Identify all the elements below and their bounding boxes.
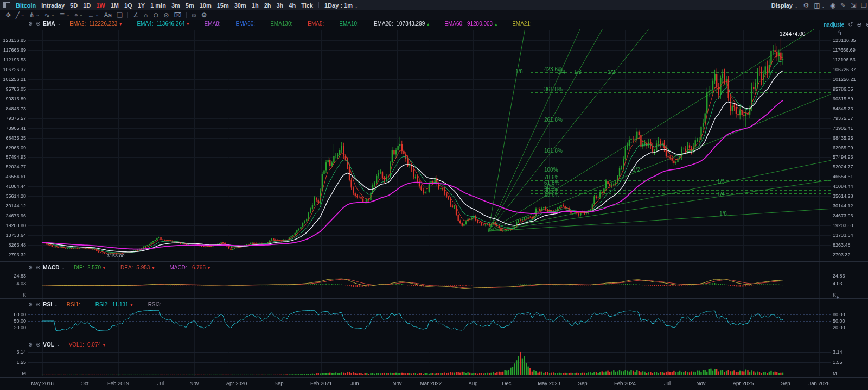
indicator-param-EMA60[interactable]: EMA60: bbox=[236, 21, 256, 27]
magnet-tool[interactable]: ∩ bbox=[144, 11, 149, 19]
indicator-param-RSI1[interactable]: RSI1: bbox=[67, 301, 80, 307]
timeframe-tab-3m[interactable]: 3m bbox=[171, 2, 180, 9]
fibonacci-tool[interactable]: ≣⌄ bbox=[60, 11, 70, 19]
indicator-param-EMA5[interactable]: EMA5: bbox=[308, 21, 324, 27]
indicator-axis-label: 3.14 bbox=[833, 349, 865, 355]
fullscreen-icon[interactable]: ⇲ bbox=[851, 2, 856, 9]
indicator-close-icon[interactable]: ⊗ bbox=[36, 342, 40, 348]
indicator-close-icon[interactable]: ⊗ bbox=[36, 301, 40, 307]
restore-scale-icon[interactable]: ↰ bbox=[837, 29, 842, 36]
indicator-name[interactable]: MACD bbox=[43, 265, 59, 271]
timeframe-tab-1M[interactable]: 1M bbox=[111, 2, 119, 9]
adjust-mode-label[interactable]: nadjuste bbox=[824, 22, 845, 28]
timeframe-tab-5m[interactable]: 5m bbox=[186, 2, 194, 9]
wave-tool[interactable]: ∿⌄ bbox=[44, 11, 55, 19]
indicator-param-EMA4[interactable]: EMA4:113646.264▾ bbox=[137, 21, 189, 27]
aggregation-select[interactable]: 1Day : 1m ⌄ bbox=[324, 2, 359, 9]
indicator-param-EMA10[interactable]: EMA10: bbox=[339, 21, 359, 27]
indicator-close-icon[interactable]: ⊗ bbox=[36, 21, 40, 27]
indicator-param-EMA20[interactable]: EMA20:107843.299▴ bbox=[374, 21, 429, 27]
param-label: EMA130: bbox=[270, 21, 292, 27]
price-axis-label: 84845.73 bbox=[0, 106, 26, 111]
indicator-param-DIF[interactable]: DIF:2.570▾ bbox=[74, 265, 105, 271]
pitchfork-tool-glyph: ⋔ bbox=[29, 11, 35, 19]
pitchfork-tool[interactable]: ⋔⌄ bbox=[29, 11, 40, 19]
indicator-param-EMA21[interactable]: EMA21: bbox=[512, 21, 532, 27]
timeframe-tab-1W[interactable]: 1W bbox=[96, 2, 105, 9]
indicator-param-MACD[interactable]: MACD:-6.765▾ bbox=[169, 265, 210, 271]
indicator-param-EMA60[interactable]: EMA60:91280.003▴ bbox=[444, 21, 497, 27]
undo-icon[interactable]: ↺ bbox=[848, 21, 853, 28]
timeframe-tab-1Q[interactable]: 1Q bbox=[124, 2, 132, 9]
comment-tool[interactable]: ❏ bbox=[117, 11, 123, 19]
chevron-down-icon: ⌄ bbox=[21, 12, 24, 17]
timeframe-tab-1min[interactable]: 1 min bbox=[150, 2, 166, 9]
indicator-name[interactable]: VOL bbox=[43, 342, 54, 348]
indicator-settings-icon[interactable]: ⚙ bbox=[28, 301, 33, 307]
drawing-settings-icon[interactable]: ⚙ bbox=[201, 11, 207, 19]
timeframe-tab-2h[interactable]: 2h bbox=[264, 2, 271, 9]
delete-drawings-tool[interactable]: ⌧ bbox=[174, 11, 181, 19]
indicator-name[interactable]: RSI bbox=[43, 301, 52, 307]
chevron-down-icon: ⌄ bbox=[820, 4, 825, 9]
zoom-out-icon[interactable]: ⊖ bbox=[857, 21, 862, 28]
time-axis-label: Oct bbox=[81, 380, 89, 386]
window-layout-icon[interactable] bbox=[3, 2, 10, 8]
timeframe-tab-5D[interactable]: 5D bbox=[70, 2, 78, 9]
cursor-move-tool[interactable]: ✥ bbox=[5, 11, 11, 19]
timeframe-tab-4h[interactable]: 4h bbox=[289, 2, 296, 9]
fan-line-label: 1/8 bbox=[515, 69, 523, 74]
timeframe-tab-15m[interactable]: 15m bbox=[217, 2, 229, 9]
indicator-param-EMA130[interactable]: EMA130: bbox=[270, 21, 292, 27]
top-menu-bar: Bitcoin Intraday5D1D1W1M1Q1Y1 min3m5m10m… bbox=[0, 0, 868, 10]
fib-level-label: 261.8% bbox=[544, 117, 563, 123]
side-panel-icon[interactable]: ❒ bbox=[861, 2, 867, 9]
arrow-tool[interactable]: ←⌄ bbox=[88, 11, 99, 19]
indicator-settings-icon[interactable]: ⚙ bbox=[28, 265, 33, 271]
param-label: VOL1: bbox=[69, 342, 84, 348]
compare-overlay-tool[interactable]: ⊜ bbox=[153, 11, 158, 19]
macd-unit-label: K bbox=[0, 292, 26, 298]
indicator-param-VOL1[interactable]: VOL1:0.074▾ bbox=[69, 342, 105, 348]
indicator-param-DEA[interactable]: DEA:5.953▾ bbox=[120, 265, 154, 271]
timeframe-tab-30m[interactable]: 30m bbox=[234, 2, 246, 9]
edit-pencil-icon[interactable]: ✎ bbox=[840, 2, 846, 9]
layout-icon[interactable]: ◫ ⌄ bbox=[814, 2, 825, 9]
display-dropdown[interactable]: Display ⌄ bbox=[771, 2, 799, 9]
indicator-param-RSI3[interactable]: RSI3: bbox=[148, 301, 162, 307]
restore-scale-icon[interactable]: ↰ bbox=[835, 295, 840, 302]
timeframe-tab-10m[interactable]: 10m bbox=[200, 2, 212, 9]
timeframe-tab-3h[interactable]: 3h bbox=[276, 2, 283, 9]
crosshair-tool[interactable]: ⌖⌄ bbox=[74, 11, 82, 19]
price-axis-label: 112196.53 bbox=[833, 57, 865, 62]
indicator-settings-icon[interactable]: ⚙ bbox=[28, 342, 33, 348]
timeframe-tab-1h[interactable]: 1h bbox=[252, 2, 259, 9]
indicator-name[interactable]: EMA bbox=[43, 21, 55, 27]
timeframe-tab-Tick[interactable]: Tick bbox=[301, 2, 313, 9]
param-label: DEA: bbox=[120, 265, 133, 271]
text-tool[interactable]: Aa bbox=[104, 11, 112, 19]
timeframe-tab-1Y[interactable]: 1Y bbox=[138, 2, 145, 9]
indicator-close-icon[interactable]: ⊗ bbox=[36, 265, 40, 271]
main-chart-canvas[interactable] bbox=[0, 0, 868, 390]
symbol-name[interactable]: Bitcoin bbox=[16, 2, 36, 9]
link-charts-tool[interactable]: ∞ bbox=[192, 11, 196, 19]
param-label: EMA8: bbox=[205, 21, 221, 27]
hide-drawings-tool[interactable]: ⊘ bbox=[163, 11, 169, 19]
chevron-down-icon: ⌄ bbox=[95, 12, 99, 17]
indicator-settings-icon[interactable]: ⚙ bbox=[28, 21, 33, 27]
timeframe-tab-Intraday[interactable]: Intraday bbox=[41, 2, 65, 9]
indicator-param-EMA8[interactable]: EMA8: bbox=[205, 21, 221, 27]
time-axis-label: Jun bbox=[350, 380, 359, 386]
indicator-param-RSI2[interactable]: RSI2:11.131▾ bbox=[95, 301, 133, 307]
angle-tool[interactable]: ∠ bbox=[133, 11, 139, 19]
time-axis-label: May 2018 bbox=[31, 380, 54, 386]
indicator-param-EMA2[interactable]: EMA2:112226.223▾ bbox=[69, 21, 122, 27]
trendline-tool[interactable]: ╱⌄ bbox=[16, 11, 24, 19]
settings-gear-icon[interactable]: ⚙ bbox=[803, 2, 809, 9]
zoom-in-icon[interactable]: ⊕ bbox=[866, 21, 868, 28]
timeframe-tab-1D[interactable]: 1D bbox=[83, 2, 91, 9]
indicator-axis-label: 24.83 bbox=[833, 273, 865, 279]
camera-snapshot-icon[interactable]: ◉ bbox=[830, 2, 835, 9]
param-label: RSI2: bbox=[95, 301, 109, 307]
